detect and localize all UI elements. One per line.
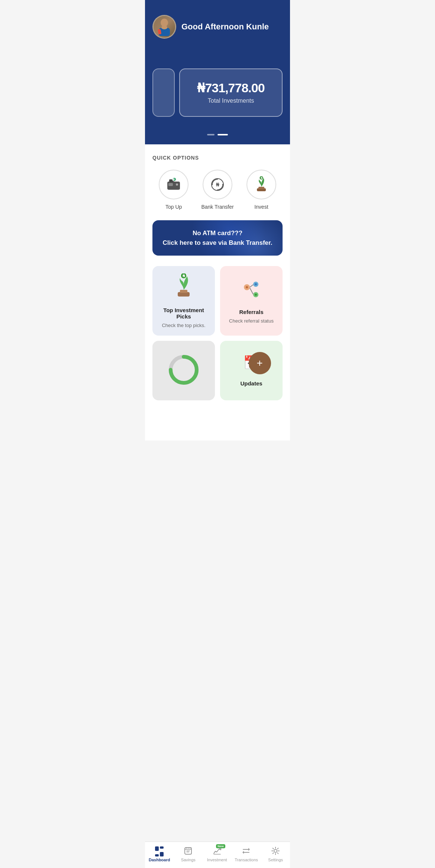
svg-point-6 [176,183,178,186]
card-small[interactable] [152,68,175,117]
quick-options-title: QUICK OPTIONS [152,155,283,161]
quick-option-topup[interactable]: Top Up [159,170,188,210]
svg-point-25 [255,283,257,285]
updates-card[interactable]: 📅 + Updates [220,341,283,400]
dot-1[interactable] [207,134,215,135]
svg-rect-5 [168,183,173,186]
total-investment-amount: ₦731,778.00 [187,80,274,95]
card-container: ₦731,778.00 Total Investments [152,68,283,117]
svg-point-0 [161,19,168,27]
banner-line1: No ATM card??? [193,230,242,237]
main-content: QUICK OPTIONS Top Up ₦ [145,144,290,441]
referrals-icon [240,278,262,304]
invest-label: Invest [254,204,268,210]
topup-icon-circle [159,170,188,199]
quick-option-banktransfer[interactable]: ₦ Bank Transfer [201,170,233,210]
quick-option-invest[interactable]: ₦ Invest [246,170,276,210]
greeting-text: Good Afternoon Kunle [181,22,269,32]
pagination [145,128,290,144]
card-slider: ₦731,778.00 Total Investments [145,68,290,128]
banner-line2: Click here to save via Bank Transfer. [163,239,273,246]
banktransfer-label: Bank Transfer [201,204,233,210]
avatar [152,15,176,39]
quick-options-list: Top Up ₦ Bank Transfer [152,170,283,210]
svg-point-2 [161,26,167,29]
banktransfer-icon-circle: ₦ [203,170,232,199]
svg-rect-18 [180,290,187,293]
top-investment-subtitle: Check the top picks. [162,323,205,328]
svg-text:₦: ₦ [216,182,219,188]
atm-banner[interactable]: No ATM card??? Click here to save via Ba… [152,220,283,256]
updates-title: Updates [240,380,262,387]
svg-point-26 [255,294,257,296]
add-button[interactable]: + [249,352,271,374]
svg-point-24 [246,286,248,288]
dot-2[interactable] [218,134,228,135]
total-investment-label: Total Investments [187,97,274,104]
invest-icon-circle: ₦ [246,170,276,199]
cards-grid: ₦ Top Investment Picks Check the top pic… [152,266,283,400]
topup-label: Top Up [165,204,182,210]
top-investment-title: Top Investment Picks [158,307,209,320]
svg-text:₦: ₦ [183,274,185,278]
svg-rect-14 [258,187,264,189]
donut-chart [167,353,200,387]
referrals-card[interactable]: Referrals Check referral status [220,266,283,336]
banner-text: No ATM card??? Click here to save via Ba… [161,228,274,247]
card-main[interactable]: ₦731,778.00 Total Investments [179,68,283,117]
header: Good Afternoon Kunle [145,0,290,68]
donut-card[interactable] [152,341,215,400]
top-investment-card[interactable]: ₦ Top Investment Picks Check the top pic… [152,266,215,336]
top-investment-icon: ₦ [173,273,195,302]
avatar-image [154,16,175,38]
referrals-title: Referrals [239,309,263,315]
referrals-subtitle: Check referral status [229,318,274,324]
updates-content: 📅 + Updates [226,355,277,387]
